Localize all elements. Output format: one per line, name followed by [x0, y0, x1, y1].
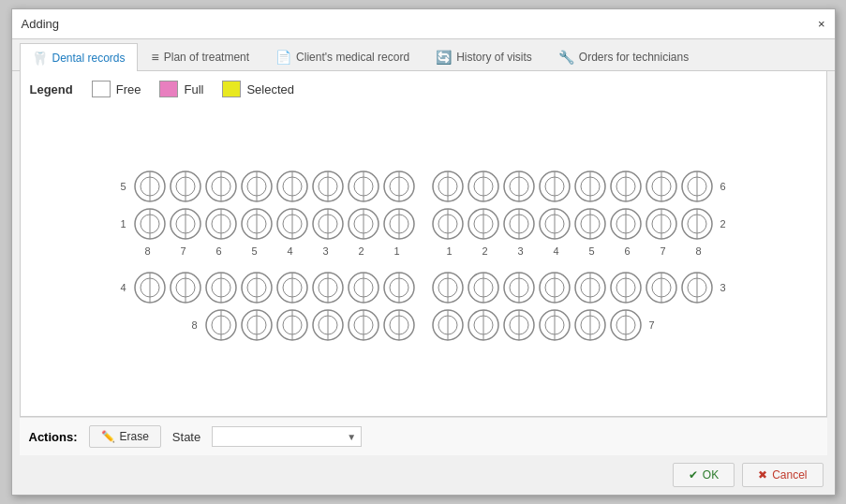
tooth[interactable] — [275, 207, 309, 241]
tooth[interactable] — [133, 170, 167, 203]
tooth[interactable] — [538, 207, 571, 241]
tooth[interactable] — [502, 207, 536, 241]
tooth[interactable] — [382, 207, 416, 241]
tooth[interactable] — [573, 170, 607, 203]
tooth[interactable] — [347, 207, 380, 241]
dialog: Adding × 🦷 Dental records ≡ Plan of trea… — [11, 8, 836, 496]
history-icon: 🔄 — [436, 50, 452, 65]
tooth[interactable] — [680, 207, 714, 241]
tab-history[interactable]: 🔄 History of visits — [423, 43, 544, 70]
center-label-left: 5 — [114, 181, 133, 192]
tooth[interactable] — [645, 170, 678, 203]
tooth[interactable] — [431, 170, 465, 203]
cancel-button[interactable]: ✖ Cancel — [742, 463, 823, 487]
tooth-number: 4 — [540, 245, 573, 257]
tooth[interactable] — [169, 271, 202, 304]
tooth[interactable] — [275, 308, 309, 342]
tooth[interactable] — [431, 271, 465, 304]
tooth[interactable] — [347, 308, 380, 342]
tooth[interactable] — [609, 308, 643, 342]
tab-dental-label: Dental records — [52, 52, 126, 65]
dialog-title: Adding — [22, 17, 59, 31]
tooth[interactable] — [204, 170, 238, 203]
legend-free: Free — [92, 81, 141, 97]
center-row-container: 87 — [167, 308, 680, 342]
close-button[interactable]: × — [818, 18, 825, 30]
title-bar: Adding × — [12, 9, 835, 39]
tooth[interactable] — [311, 170, 345, 203]
tooth[interactable] — [645, 207, 678, 241]
tab-dental-records[interactable]: 🦷 Dental records — [20, 43, 138, 71]
tooth[interactable] — [382, 271, 416, 304]
tooth[interactable] — [169, 170, 202, 203]
tooth[interactable] — [169, 207, 202, 241]
tooth[interactable] — [645, 271, 678, 304]
tooth[interactable] — [311, 271, 345, 304]
tooth[interactable] — [275, 170, 309, 203]
tooth[interactable] — [467, 308, 500, 342]
tooth-number: 1 — [433, 245, 467, 257]
tooth[interactable] — [467, 271, 500, 304]
eraser-icon: ✏️ — [101, 430, 115, 443]
tab-orders[interactable]: 🔧 Orders for technicians — [546, 43, 701, 70]
tooth-row-container: 43 — [114, 271, 733, 304]
tab-medical-record[interactable]: 📄 Client's medical record — [263, 43, 422, 70]
center-label-right: 7 — [643, 319, 661, 331]
tooth-number: 2 — [345, 245, 378, 257]
tooth[interactable] — [680, 170, 714, 203]
tooth-number: 8 — [131, 245, 165, 257]
erase-button[interactable]: ✏️ Erase — [89, 425, 161, 448]
tooth[interactable] — [347, 170, 380, 203]
tooth[interactable] — [133, 271, 167, 304]
tooth[interactable] — [311, 308, 345, 342]
tooth[interactable] — [204, 207, 238, 241]
tooth[interactable] — [240, 170, 274, 203]
center-label-right: 6 — [714, 181, 733, 192]
tooth[interactable] — [204, 271, 238, 304]
tooth[interactable] — [240, 271, 274, 304]
tooth[interactable] — [573, 271, 607, 304]
tooth[interactable] — [240, 207, 274, 241]
tooth[interactable] — [311, 207, 345, 241]
state-select[interactable] — [212, 426, 362, 447]
tooth[interactable] — [502, 308, 536, 342]
legend-title: Legend — [30, 82, 73, 96]
medical-icon: 📄 — [275, 50, 291, 65]
tooth-number: 8 — [682, 245, 716, 257]
tooth[interactable] — [382, 308, 416, 342]
tooth[interactable] — [538, 170, 571, 203]
tooth[interactable] — [538, 308, 571, 342]
tooth[interactable] — [133, 207, 167, 241]
tooth-number: 6 — [202, 245, 236, 257]
tooth[interactable] — [431, 308, 465, 342]
tooth[interactable] — [431, 207, 465, 241]
tooth[interactable] — [275, 271, 309, 304]
ok-label: OK — [703, 468, 719, 482]
tooth[interactable] — [382, 170, 416, 203]
dental-grid: 561287654321123456784387 — [30, 105, 817, 407]
tooth[interactable] — [609, 271, 643, 304]
legend-selected-label: Selected — [246, 82, 294, 96]
tooth[interactable] — [573, 308, 607, 342]
tooth[interactable] — [467, 170, 500, 203]
tab-plan-of-treatment[interactable]: ≡ Plan of treatment — [140, 43, 262, 70]
tooth[interactable] — [573, 207, 607, 241]
main-content: Legend Free Full Selected 56128765432112… — [20, 71, 827, 417]
tooth[interactable] — [204, 308, 238, 342]
legend-full-label: Full — [184, 82, 203, 96]
tooth-number: 1 — [380, 245, 414, 257]
tooth[interactable] — [240, 308, 274, 342]
tooth[interactable] — [502, 170, 536, 203]
tooth[interactable] — [609, 207, 643, 241]
plan-icon: ≡ — [152, 50, 159, 65]
tooth-number: 2 — [468, 245, 502, 257]
tooth[interactable] — [467, 207, 500, 241]
tooth[interactable] — [538, 271, 571, 304]
tooth[interactable] — [347, 271, 380, 304]
tooth[interactable] — [680, 271, 714, 304]
tooth[interactable] — [609, 170, 643, 203]
ok-button[interactable]: ✔ OK — [673, 463, 735, 487]
tooth[interactable] — [502, 271, 536, 304]
tooth-number: 7 — [646, 245, 680, 257]
tooth-number: 3 — [504, 245, 538, 257]
